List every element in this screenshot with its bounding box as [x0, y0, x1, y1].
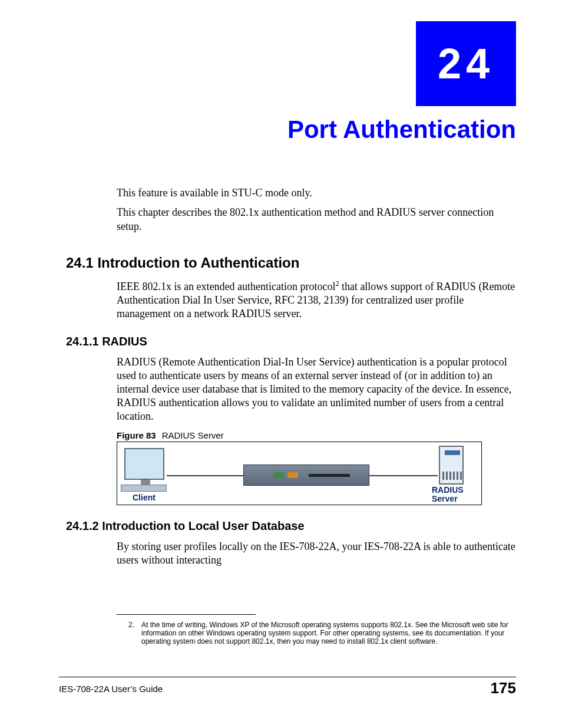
intro-paragraph-1: This feature is available in STU-C mode … — [117, 186, 517, 200]
chapter-number-badge: 24 — [416, 21, 516, 106]
content-area: This feature is available in STU-C mode … — [117, 186, 517, 574]
section-24-1-2-heading: 24.1.2 Introduction to Local User Databa… — [66, 519, 517, 533]
footer-guide-name: IES-708-22A User’s Guide — [59, 684, 163, 694]
client-keyboard-icon — [121, 485, 167, 492]
chapter-number: 24 — [438, 39, 494, 88]
page: 24 Port Authentication This feature is a… — [0, 0, 562, 728]
client-monitor-icon — [124, 448, 164, 480]
section-24-1-paragraph: IEEE 802.1x is an extended authenticatio… — [117, 279, 517, 321]
server-label-line1: RADIUS — [432, 485, 464, 495]
figure-83-diagram: Client RADIUS Server — [117, 442, 482, 505]
section-24-1-1-paragraph: RADIUS (Remote Authentication Dial-In Us… — [117, 355, 517, 423]
footer-page-number: 175 — [491, 679, 516, 697]
section-24-1-1-heading: 24.1.1 RADIUS — [66, 335, 517, 348]
footer-rule — [59, 677, 516, 677]
wire-switch-server — [369, 475, 438, 476]
section-24-1-heading: 24.1 Introduction to Authentication — [66, 255, 517, 271]
radius-server-icon — [439, 446, 464, 485]
section-24-1-2-paragraph: By storing user profiles locally on the … — [117, 540, 517, 567]
switch-device-icon — [243, 465, 369, 486]
radius-server-label: RADIUS Server — [432, 486, 464, 503]
client-label: Client — [133, 493, 156, 502]
footnote-rule — [117, 614, 256, 615]
footnote-2: 2. At the time of writing, Windows XP of… — [128, 621, 515, 645]
server-label-line2: Server — [432, 494, 458, 503]
figure-label-rest: RADIUS Server — [162, 430, 224, 440]
footnote-text: At the time of writing, Windows XP of th… — [141, 621, 515, 645]
chapter-title: Port Authentication — [0, 116, 516, 144]
footnote-number: 2. — [128, 621, 141, 645]
intro-paragraph-2: This chapter describes the 802.1x authen… — [117, 206, 517, 233]
wire-client-switch — [167, 475, 243, 476]
para-pre: IEEE 802.1x is an extended authenticatio… — [117, 281, 335, 292]
figure-label-bold: Figure 83 — [117, 430, 156, 440]
figure-caption: Figure 83RADIUS Server — [117, 430, 517, 440]
